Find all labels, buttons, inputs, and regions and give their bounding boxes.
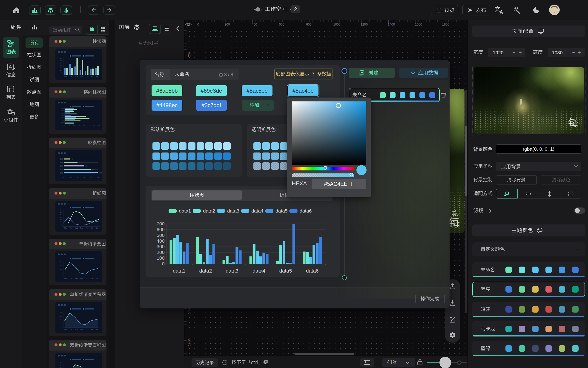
- svg-text:400: 400: [157, 238, 165, 244]
- svg-text:100: 100: [60, 269, 63, 270]
- svg-text:200: 200: [60, 312, 63, 313]
- svg-text:Tue: Tue: [70, 328, 72, 330]
- svg-text:Wed: Wed: [61, 117, 64, 119]
- svg-text:Sun: Sun: [95, 328, 98, 330]
- svg-text:150: 150: [78, 125, 81, 126]
- svg-text:Thu: Thu: [80, 328, 83, 330]
- svg-text:500: 500: [157, 232, 165, 238]
- svg-text:Thu: Thu: [62, 115, 64, 116]
- svg-text:Fri: Fri: [86, 278, 87, 279]
- svg-text:150: 150: [60, 316, 63, 317]
- svg-text:Wed: Wed: [75, 75, 78, 77]
- svg-text:data1: data1: [173, 268, 185, 274]
- svg-text:西阳: 西阳: [60, 162, 63, 164]
- svg-text:data3: data3: [226, 268, 238, 274]
- svg-text:100: 100: [60, 221, 63, 223]
- svg-text:300: 300: [157, 244, 165, 249]
- svg-text:100: 100: [99, 172, 102, 174]
- svg-text:Sat: Sat: [90, 278, 93, 279]
- svg-text:厦门: 厦门: [60, 158, 63, 160]
- svg-text:200: 200: [60, 216, 63, 218]
- svg-text:250: 250: [60, 62, 63, 64]
- svg-text:Sun: Sun: [96, 227, 99, 229]
- svg-text:300: 300: [60, 212, 63, 213]
- svg-text:50: 50: [61, 272, 62, 274]
- svg-text:150: 150: [60, 67, 63, 68]
- svg-text:100: 100: [60, 319, 63, 321]
- svg-text:data2: data2: [199, 268, 212, 274]
- svg-text:Mon: Mon: [61, 122, 64, 123]
- svg-text:100: 100: [73, 125, 76, 126]
- svg-text:Fri: Fri: [86, 75, 88, 77]
- svg-text:300: 300: [92, 125, 95, 126]
- svg-text:80: 80: [92, 169, 94, 170]
- svg-text:250: 250: [60, 214, 63, 215]
- svg-text:300: 300: [60, 364, 63, 366]
- svg-text:20: 20: [70, 177, 72, 178]
- svg-text:Sat: Sat: [90, 328, 93, 330]
- svg-text:Sun: Sun: [96, 75, 99, 77]
- svg-text:100: 100: [157, 255, 165, 261]
- svg-text:100: 100: [60, 69, 63, 71]
- svg-text:Mon: Mon: [64, 75, 67, 77]
- svg-text:Sat: Sat: [90, 75, 93, 77]
- svg-text:Tue: Tue: [62, 119, 64, 121]
- svg-text:Mon: Mon: [64, 278, 67, 279]
- svg-text:350: 350: [60, 362, 63, 363]
- svg-text:Tue: Tue: [70, 227, 72, 229]
- svg-text:50: 50: [61, 224, 62, 225]
- svg-text:60: 60: [86, 165, 87, 167]
- svg-text:Sat: Sat: [62, 110, 64, 111]
- svg-text:Mon: Mon: [64, 227, 67, 229]
- svg-text:data4: data4: [253, 268, 265, 274]
- svg-text:200: 200: [83, 125, 85, 126]
- svg-text:200: 200: [60, 65, 63, 66]
- svg-text:40: 40: [77, 177, 78, 178]
- svg-text:Wed: Wed: [75, 227, 78, 229]
- svg-text:250: 250: [60, 366, 63, 368]
- svg-text:20: 20: [72, 158, 73, 160]
- svg-text:Wed: Wed: [75, 328, 78, 330]
- svg-text:data5: data5: [279, 268, 292, 274]
- svg-text:Sun: Sun: [95, 278, 98, 279]
- svg-text:Thu: Thu: [80, 227, 83, 229]
- svg-text:350: 350: [60, 57, 63, 59]
- svg-text:Fri: Fri: [86, 227, 88, 229]
- svg-text:Fri: Fri: [62, 112, 64, 114]
- svg-text:600: 600: [157, 227, 165, 232]
- svg-text:150: 150: [60, 219, 63, 220]
- svg-text:Mon: Mon: [64, 328, 67, 330]
- svg-text:50: 50: [61, 72, 62, 73]
- svg-text:Thu: Thu: [80, 278, 83, 279]
- svg-text:Tue: Tue: [70, 75, 72, 77]
- svg-text:Fri: Fri: [86, 328, 87, 330]
- svg-text:60: 60: [83, 177, 85, 178]
- svg-text:100: 100: [97, 177, 100, 178]
- svg-text:350: 350: [97, 125, 100, 126]
- svg-text:250: 250: [88, 125, 90, 126]
- svg-text:700: 700: [157, 221, 165, 226]
- svg-text:50: 50: [69, 125, 70, 126]
- svg-text:300: 300: [60, 60, 63, 61]
- svg-text:Tue: Tue: [70, 278, 72, 279]
- svg-text:150: 150: [60, 265, 63, 266]
- svg-text:0: 0: [63, 177, 64, 178]
- svg-text:data6: data6: [306, 268, 318, 274]
- svg-text:200: 200: [157, 249, 165, 255]
- svg-text:新疆: 新疆: [60, 172, 63, 174]
- svg-text:Sun: Sun: [61, 108, 64, 109]
- svg-text:北京: 北京: [60, 165, 63, 167]
- svg-text:350: 350: [60, 209, 63, 211]
- svg-text:Wed: Wed: [75, 278, 78, 279]
- svg-text:上海: 上海: [60, 169, 63, 170]
- svg-text:50: 50: [61, 323, 62, 324]
- svg-text:Sat: Sat: [90, 227, 93, 229]
- svg-text:?: ?: [224, 361, 226, 364]
- svg-text:Thu: Thu: [80, 75, 83, 77]
- svg-text:0: 0: [162, 261, 165, 266]
- svg-text:40: 40: [79, 162, 81, 163]
- svg-text:80: 80: [90, 177, 92, 178]
- svg-text:200: 200: [60, 261, 63, 263]
